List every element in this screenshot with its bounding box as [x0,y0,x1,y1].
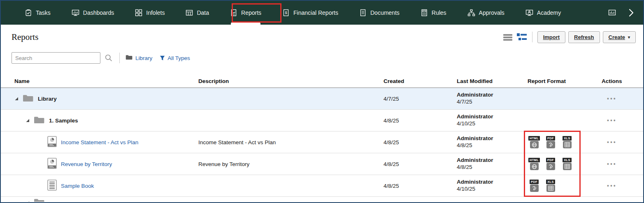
pdf-glyph-icon [546,141,555,148]
nav-expand-button[interactable] [627,1,635,25]
location-label[interactable]: Library [135,55,152,61]
clipboard-check-icon [25,9,32,16]
expand-triangle-icon[interactable] [14,96,19,102]
format-cell: HTML PDF XLS [514,158,588,171]
search-icon[interactable] [105,54,113,62]
last-modified-cell: Administrator4/10/25 [443,179,514,193]
xls-format-icon[interactable]: XLS [560,136,574,149]
nav-item-label: Academy [537,9,561,16]
filter-bar: Library All Types [1,45,643,71]
tree-view-icon[interactable] [516,33,527,41]
column-header-last-modified: Last Modified [443,75,514,88]
filter-funnel-icon[interactable] [160,55,165,61]
expand-triangle-icon [26,200,30,202]
report-link[interactable]: Income Statement - Act vs Plan [61,139,138,145]
flat-view-icon[interactable] [503,33,513,41]
page-header: Reports Import Refresh Create▾ [1,25,643,45]
report-board-icon [608,9,616,16]
row-actions-button[interactable]: ••• [588,139,643,145]
nav-item-label: Financial Reports [293,9,338,16]
book-icon [47,180,57,192]
view-toggle-group [503,33,527,41]
globe-icon [530,141,539,148]
academy-icon [525,9,533,16]
nav-item-documents[interactable]: Documents [359,1,400,25]
top-navigation: Tasks Dashboards Infolets Data Reports $… [1,1,643,25]
folder-name[interactable]: Library [38,96,57,102]
last-modified-cell: Administrator4/7/25 [443,92,514,106]
type-filter-label[interactable]: All Types [167,55,190,61]
created-cell: 4/8/25 [370,183,443,189]
report-document-icon [230,9,237,16]
last-modified-cell: Administrator4/8/25 [443,157,514,171]
nav-item-label: Data [197,9,209,16]
xls-format-icon[interactable]: XLS [544,180,557,192]
last-modified-cell: Administrator4/10/25 [443,113,514,127]
refresh-button[interactable]: Refresh [568,31,600,43]
row-actions-button[interactable]: ••• [588,95,643,102]
data-table-icon [186,9,193,16]
calculator-icon [421,9,428,16]
nav-item-financial-reports[interactable]: $ Financial Reports [282,1,338,25]
nav-item-label: Documents [370,9,400,16]
column-header-actions: Actions [588,75,643,88]
nav-item-label: Rules [432,9,446,16]
expand-triangle-icon[interactable] [26,118,30,124]
created-cell: 4/8/25 [370,161,443,167]
import-button[interactable]: Import [537,31,565,43]
last-modified-cell: Administrator4/8/25 [443,135,514,149]
row-actions-button[interactable]: ••• [588,161,643,167]
table-row[interactable]: Sample Book 4/8/25 Administrator4/10/25 … [1,175,643,197]
app-window: Tasks Dashboards Infolets Data Reports $… [0,0,644,203]
header-controls: Import Refresh Create▾ [503,31,636,43]
nav-item-label: Dashboards [83,9,114,16]
xls-format-icon[interactable]: XLS [560,158,574,171]
nav-item-dashboards[interactable]: Dashboards [72,1,114,25]
nav-item-data[interactable]: Data [186,1,209,25]
html-format-icon[interactable]: HTML [528,136,541,149]
nav-item-infolets[interactable]: Infolets [135,1,165,25]
table-row-partial [1,197,643,202]
format-cell: PDF XLS [514,180,588,192]
report-chart-icon [47,136,57,148]
nav-item-tasks[interactable]: Tasks [25,1,51,25]
spreadsheet-grid-icon [546,185,555,192]
table-header: Name Description Created Last Modified R… [1,75,643,88]
pdf-format-icon[interactable]: PDF [544,136,557,149]
report-link[interactable]: Revenue by Territory [61,161,112,167]
nav-item-rules[interactable]: Rules [421,1,446,25]
pdf-glyph-icon [546,163,555,170]
nav-right-group [608,1,643,25]
nav-overflow-report-button[interactable] [608,1,616,25]
monitor-chart-icon [72,9,79,16]
row-actions-button[interactable]: ••• [588,182,643,189]
divider [532,32,532,42]
folder-name[interactable]: 1. Samples [49,118,78,124]
folder-icon [126,55,133,61]
report-link[interactable]: Sample Book [61,183,94,189]
nav-item-label: Approvals [479,9,505,16]
column-header-description: Description [185,75,370,88]
format-cell: HTML PDF XLS [514,136,588,149]
spreadsheet-grid-icon [563,141,572,148]
search-input[interactable] [12,52,100,64]
nav-item-reports[interactable]: Reports [230,1,261,25]
table-row[interactable]: 1. Samples 4/8/25 Administrator4/10/25 •… [1,110,643,131]
created-cell: 4/8/25 [370,139,443,145]
dropdown-caret-icon: ▾ [628,35,630,39]
html-format-icon[interactable]: HTML [528,158,541,171]
column-header-report-format: Report Format [514,75,588,88]
table-row[interactable]: Revenue by Territory Revenue by Territor… [1,153,643,175]
table-row[interactable]: Library 4/7/25 Administrator4/7/25 ••• [1,88,643,110]
table-row[interactable]: Income Statement - Act vs Plan Income St… [1,131,643,153]
row-actions-button[interactable]: ••• [588,117,643,124]
report-chart-icon [47,158,57,170]
pdf-format-icon[interactable]: PDF [544,158,557,171]
create-button[interactable]: Create▾ [603,31,636,43]
nav-item-label: Infolets [146,9,165,16]
description-cell: Income Statement - Act vs Plan [185,139,370,145]
document-icon [359,9,367,16]
nav-item-approvals[interactable]: Approvals [467,1,505,25]
nav-item-academy[interactable]: Academy [525,1,561,25]
pdf-format-icon[interactable]: PDF [528,180,541,192]
